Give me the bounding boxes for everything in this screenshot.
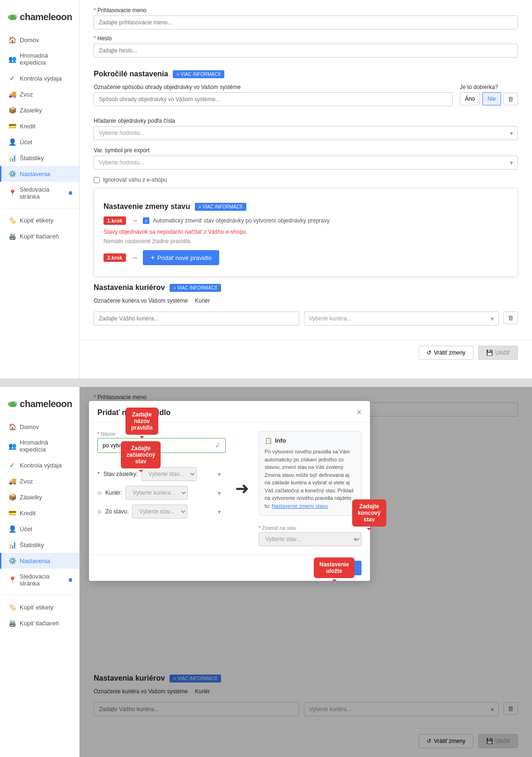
divider-2	[0, 595, 79, 595]
courier-field-label: Kuriér:	[105, 490, 122, 496]
dobierka-yes[interactable]: Áno	[460, 92, 480, 105]
dobierka-group: Áno Nie 🗑	[460, 92, 518, 105]
sidebar2-item-hromadna[interactable]: 👥 Hromadná expedícia	[0, 435, 79, 457]
courier-select[interactable]: Vyberte kuriéra...	[304, 312, 499, 326]
svg-point-8	[16, 402, 16, 402]
revert-button-1[interactable]: ↺ Vrátiť zmeny	[419, 346, 473, 360]
sidebar2-item-statistiky[interactable]: 📊 Štatistiky	[0, 537, 79, 553]
user-icon-2: 👤	[8, 525, 16, 533]
sidebar2-item-etikety[interactable]: 🏷️ Kúpiť etikety	[0, 599, 79, 615]
from-state-select[interactable]: Vyberte stav...	[132, 505, 187, 519]
sidebar2-item-zvoz[interactable]: 🚚 Zvoz	[0, 473, 79, 489]
change-to-label: Zmeniť na stav	[259, 525, 362, 531]
sidebar2-item-domov[interactable]: 🏠 Domov	[0, 419, 79, 435]
var-symbol-label: Var. symbol pre export	[94, 147, 518, 154]
sidebar2-item-nastavenia[interactable]: ⚙️ Nastavenia	[0, 553, 79, 569]
couriers-heading: Nastavenia kuriérov VIAC INFORMÁCIÍ	[94, 283, 518, 292]
check-icon-2: ✓	[8, 461, 16, 469]
sidebar2-item-kontrola[interactable]: ✓ Kontrola výdaja	[0, 457, 79, 473]
sidebar-item-kupit-etikety[interactable]: 🏷️ Kúpiť etikety	[0, 212, 79, 228]
sidebar-item-zvoz[interactable]: 🚚 Zvoz	[0, 86, 79, 102]
label-icon: 🏷️	[8, 216, 16, 224]
info-box-header: 📋 Info	[265, 437, 355, 444]
courier-label: Kuriér	[195, 297, 210, 304]
var-symbol-select[interactable]: Vyberte hodnotu...	[94, 156, 518, 170]
info-box-link[interactable]: Nastavenie zmeny stavu	[272, 503, 328, 509]
svg-point-4	[8, 15, 11, 19]
payment-label: Označenie spôsobu úhrady objednávky vo V…	[94, 84, 453, 90]
auto-change-checkbox[interactable]: ✓	[143, 217, 149, 224]
payment-col: Označenie spôsobu úhrady objednávky vo V…	[94, 84, 453, 112]
modal-arrow: ➜	[235, 431, 249, 546]
revert-icon: ↺	[427, 349, 431, 356]
state-label: *	[97, 471, 100, 477]
logo-icon-2	[7, 397, 18, 410]
sidebar-item-domov[interactable]: 🏠 Domov	[0, 32, 79, 48]
sidebar-item-statistiky[interactable]: 📊 Štatistiky	[0, 150, 79, 166]
sidebar2-item-kredit[interactable]: 💳 Kredit	[0, 505, 79, 521]
printer-icon-2: 🖨️	[8, 619, 16, 627]
save-button-1[interactable]: 💾 Uložiť	[478, 346, 518, 360]
home-icon-2: 🏠	[8, 423, 16, 430]
ignore-weight-checkbox[interactable]	[94, 177, 100, 183]
dobierka-clear[interactable]: 🗑	[503, 93, 518, 105]
modal-name-label: Názov	[97, 431, 226, 437]
sidebar2-item-sledovacia[interactable]: 📍 Sledovacia stránka	[0, 569, 79, 591]
change-to-select[interactable]: Vyberte stav...	[259, 532, 362, 546]
valid-icon: ✓	[215, 442, 221, 449]
courier-delete[interactable]: 🗑	[503, 312, 518, 324]
sidebar-item-sledovacia[interactable]: 📍 Sledovacia stránka	[0, 182, 79, 204]
state-more-info[interactable]: VIAC INFORMÁCIÍ	[195, 203, 246, 211]
login-input[interactable]	[94, 15, 518, 30]
modal-close-button[interactable]: ×	[356, 408, 362, 417]
sidebar2-item-zasielky[interactable]: 📦 Zásielky	[0, 489, 79, 505]
advanced-more-info[interactable]: VIAC INFORMÁCIÍ	[173, 70, 224, 78]
dobierka-label: Je to dobierka?	[460, 84, 518, 90]
state-row: * Stav zásielky: Vyberte stav...	[97, 467, 226, 481]
sidebar-item-nastavenia[interactable]: ⚙️ Nastavenia	[0, 166, 79, 182]
step2-label: 2.krok	[103, 253, 126, 262]
sidebar-item-hromadna[interactable]: 👥 Hromadná expedícia	[0, 48, 79, 70]
main-content-1: Prihlasovacie meno Heslo Pokročilé nasta…	[80, 0, 532, 378]
couriers-more-info[interactable]: VIAC INFORMÁCIÍ	[170, 284, 221, 292]
search-select[interactable]: Vyberte hodnotu...	[94, 126, 518, 140]
login-label: Prihlasovacie meno	[94, 7, 518, 14]
tracking-dot	[69, 191, 72, 195]
dobierka-no[interactable]: Nie	[482, 92, 501, 105]
payment-input[interactable]	[94, 92, 453, 106]
search-select-wrapper: Vyberte hodnotu...	[94, 126, 518, 140]
ignore-weight-label: Ignorovať váhu z e-shopu	[103, 177, 167, 183]
sidebar-item-ucet[interactable]: 👤 Účet	[0, 134, 79, 150]
svg-point-9	[8, 402, 11, 406]
advanced-heading: Pokročilé nastavenia VIAC INFORMÁCIÍ	[94, 70, 518, 78]
panel-1: chameleoon 🏠 Domov 👥 Hromadná expedícia …	[0, 0, 532, 378]
state-change-heading: Nastavenie zmeny stavu VIAC INFORMÁCIÍ	[103, 202, 508, 211]
sidebar-item-kontrola[interactable]: ✓ Kontrola výdaja	[0, 70, 79, 86]
page-wrapper: chameleoon 🏠 Domov 👥 Hromadná expedícia …	[0, 0, 532, 757]
add-rule-button[interactable]: Pridať nové pravidlo	[143, 250, 219, 265]
modal-container: Pridať nové pravidlo × Zadajte n	[80, 387, 532, 581]
divider-1	[0, 208, 79, 208]
courier-mark-input[interactable]	[94, 312, 299, 326]
info-box: 📋 Info Pri vytvorení nového pravidla sa …	[259, 431, 362, 516]
sidebar-item-kredit[interactable]: 💳 Kredit	[0, 118, 79, 134]
from-state-label: Zo stavu:	[105, 508, 128, 515]
user-icon: 👤	[8, 138, 16, 146]
from-state-optional-icon: ⊙	[97, 509, 102, 515]
step1-label: 1.krok	[103, 216, 126, 225]
sidebar-item-kupit-tlaciarei[interactable]: 🖨️ Kúpiť tlačiareň	[0, 228, 79, 244]
modal-name-field[interactable]: po vytvorení ✓	[97, 438, 226, 453]
courier-select-2[interactable]: Vyberte kuriéra...	[126, 486, 188, 500]
courier-optional-icon: ⊙	[97, 490, 102, 496]
sidebar-item-zasielky[interactable]: 📦 Zásielky	[0, 102, 79, 118]
state-change-card: Nastavenie zmeny stavu VIAC INFORMÁCIÍ 1…	[94, 188, 518, 277]
state-no-rules: Nemáte nastavené žiadne pravidlá.	[103, 238, 508, 245]
courier-row: ⊙ Kuriér: Vyberte kuriéra...	[97, 486, 226, 500]
sidebar2-item-ucet[interactable]: 👤 Účet	[0, 521, 79, 537]
state-select[interactable]: Vyberte stav...	[141, 467, 197, 481]
sidebar2-item-tlaciarei[interactable]: 🖨️ Kúpiť tlačiareň	[0, 615, 79, 631]
modal-body: Zadajte názov pravidla Názov po vytvoren…	[89, 423, 370, 555]
modal-left: Zadajte názov pravidla Názov po vytvoren…	[97, 431, 226, 546]
password-input[interactable]	[94, 44, 518, 58]
var-symbol-select-wrapper: Vyberte hodnotu...	[94, 156, 518, 170]
